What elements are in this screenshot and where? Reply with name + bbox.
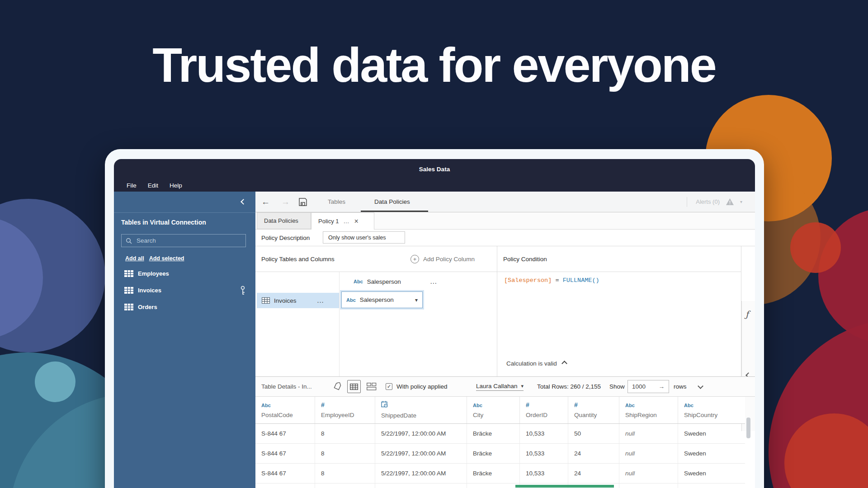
column-header-employeeid[interactable]: # EmployeeID bbox=[315, 397, 375, 423]
collapse-details-icon[interactable] bbox=[698, 383, 703, 389]
policy-description-label: Policy Description bbox=[261, 230, 310, 246]
cell-postalcode: S-844 67 bbox=[255, 464, 315, 483]
sidebar-item-employees[interactable]: Employees bbox=[114, 265, 255, 282]
preview-user-name: Laura Callahan bbox=[476, 383, 518, 389]
window-titlebar: Sales Data bbox=[114, 159, 755, 179]
string-type-icon: Abc bbox=[261, 403, 271, 408]
cell-shippeddate: 5/22/1997, 12:00:00 AM bbox=[375, 424, 467, 443]
column-header-shipcountry[interactable]: Abc ShipCountry bbox=[678, 397, 745, 423]
close-tab-icon[interactable]: × bbox=[354, 217, 359, 225]
cell-shipcountry: Sweden bbox=[678, 424, 745, 443]
sidebar-links: Add all Add selected bbox=[125, 255, 184, 262]
save-button[interactable] bbox=[298, 192, 307, 212]
column-header-orderid[interactable]: # OrderID bbox=[520, 397, 568, 423]
grid-view-button[interactable] bbox=[347, 377, 361, 396]
table-details-title: Table Details - In... bbox=[261, 377, 312, 396]
table-row: S-844 67 8 5/22/1997, 12:00:00 AM Bräcke… bbox=[255, 424, 745, 444]
table-row: S-844 67 8 5/22/1997, 12:00:00 AM Bräcke… bbox=[255, 444, 745, 464]
column-header-shippeddate[interactable]: ShippedDate bbox=[375, 397, 467, 423]
back-button[interactable]: ← bbox=[261, 192, 270, 212]
tab-tables[interactable]: Tables bbox=[328, 192, 345, 212]
collapse-sidebar-icon[interactable] bbox=[241, 199, 246, 205]
plus-icon: + bbox=[410, 255, 419, 263]
row-table-name: Invoices bbox=[274, 297, 297, 304]
column-name: OrderID bbox=[526, 412, 568, 418]
column-header-quantity[interactable]: # Quantity bbox=[568, 397, 619, 423]
table-header-row: Abc PostalCode # EmployeeID bbox=[255, 397, 745, 424]
add-selected-link[interactable]: Add selected bbox=[149, 255, 184, 262]
table-name: Employees bbox=[138, 270, 169, 277]
active-tab-underline bbox=[361, 211, 428, 212]
forward-button[interactable]: → bbox=[281, 192, 290, 212]
policy-table-row-invoices[interactable]: Invoices … bbox=[257, 293, 339, 308]
column-header-postalcode[interactable]: Abc PostalCode bbox=[255, 397, 315, 423]
save-icon bbox=[298, 197, 307, 206]
table-icon bbox=[262, 297, 270, 304]
menu-file[interactable]: File bbox=[127, 182, 137, 189]
divider bbox=[687, 197, 687, 207]
user-caret-icon: ▾ bbox=[521, 383, 524, 389]
search-box[interactable] bbox=[121, 234, 246, 247]
cell-orderid: 10,533 bbox=[520, 464, 568, 483]
string-type-icon: Abc bbox=[473, 403, 482, 408]
sidebar-item-invoices[interactable]: Invoices bbox=[114, 282, 255, 299]
tag-button[interactable] bbox=[333, 377, 342, 396]
table-name: Invoices bbox=[138, 287, 161, 294]
cell-shipcountry: Sweden bbox=[678, 444, 745, 463]
tab-label: Policy 1 bbox=[318, 218, 339, 225]
row-more-options-icon[interactable]: … bbox=[317, 296, 325, 305]
column-header-shipregion[interactable]: Abc ShipRegion bbox=[619, 397, 678, 423]
column-more-options-icon[interactable]: … bbox=[430, 277, 438, 286]
page: Trusted data for everyone Sales Data Fil… bbox=[0, 0, 868, 488]
policy-tables-panel: Policy Tables and Columns + Add Policy C… bbox=[255, 246, 497, 376]
dropdown-caret-icon: ▾ bbox=[415, 297, 418, 303]
tab-label: Data Policies bbox=[264, 217, 298, 224]
loading-progress-bar bbox=[515, 485, 614, 488]
app-window: Sales Data File Edit Help Tables in Virt… bbox=[114, 159, 755, 488]
column-header-city[interactable]: Abc City bbox=[467, 397, 520, 423]
policy-description-field[interactable]: Only show user's sales bbox=[323, 231, 405, 244]
policy-column-dropdown[interactable]: Abc Salesperson ▾ bbox=[341, 291, 423, 308]
cell-shipcountry: Sweden bbox=[678, 464, 745, 483]
menu-help[interactable]: Help bbox=[170, 182, 182, 189]
cell-shippeddate: 5/22/1997, 12:00:00 AM bbox=[375, 444, 467, 463]
menu-edit[interactable]: Edit bbox=[148, 182, 158, 189]
cell-postalcode: S-844 67 bbox=[255, 424, 315, 443]
functions-icon[interactable]: ƒ bbox=[745, 309, 749, 319]
string-type-icon: Abc bbox=[625, 403, 635, 408]
tab-more-options-icon[interactable]: … bbox=[344, 218, 350, 225]
cell-quantity: 24 bbox=[568, 444, 619, 463]
bg-circle-red bbox=[790, 222, 841, 273]
cell-employeeid: 8 bbox=[315, 464, 375, 483]
apply-row-count-icon[interactable]: → bbox=[659, 383, 665, 390]
column-name: EmployeeID bbox=[321, 412, 375, 418]
preview-user-dropdown[interactable]: Laura Callahan ▾ bbox=[476, 377, 524, 396]
card-view-button[interactable] bbox=[367, 377, 377, 396]
cell-employeeid: 8 bbox=[315, 424, 375, 443]
sidebar-item-orders[interactable]: Orders bbox=[114, 299, 255, 315]
vertical-scrollbar[interactable] bbox=[746, 418, 750, 438]
show-label: Show bbox=[609, 377, 625, 396]
table-icon bbox=[124, 270, 133, 277]
cell-postalcode: S-844 67 bbox=[255, 444, 315, 463]
add-policy-column-label: Add Policy Column bbox=[423, 256, 475, 263]
tab-data-policies-list[interactable]: Data Policies bbox=[257, 212, 311, 229]
cell-employeeid: 8 bbox=[315, 444, 375, 463]
row-count-field[interactable]: 1000 → bbox=[627, 377, 669, 396]
policy-column-header: Abc Salesperson … bbox=[354, 272, 438, 291]
tab-policy-1[interactable]: Policy 1 … × bbox=[311, 212, 374, 230]
policy-condition-editor[interactable]: [Salesperson] = FULLNAME() bbox=[504, 277, 599, 284]
search-input[interactable] bbox=[136, 237, 228, 244]
alerts-caret-icon: ▾ bbox=[740, 199, 742, 204]
policy-tables-header: Policy Tables and Columns + Add Policy C… bbox=[255, 246, 497, 272]
validation-status[interactable]: Calculation is valid bbox=[506, 360, 566, 367]
add-all-link[interactable]: Add all bbox=[125, 255, 144, 262]
grid-view-icon bbox=[350, 384, 358, 390]
alerts-group[interactable]: Alerts (0) ▾ bbox=[687, 192, 742, 212]
table-icon bbox=[124, 304, 133, 310]
add-policy-column-button[interactable]: + Add Policy Column bbox=[410, 246, 475, 272]
cell-shippeddate: 5/22/1997, 12:00:00 AM bbox=[375, 464, 467, 483]
policy-tabstrip: Data Policies Policy 1 … × bbox=[255, 212, 755, 230]
with-policy-checkbox[interactable]: ✓ With policy applied bbox=[386, 377, 448, 396]
tab-data-policies[interactable]: Data Policies bbox=[374, 192, 410, 212]
